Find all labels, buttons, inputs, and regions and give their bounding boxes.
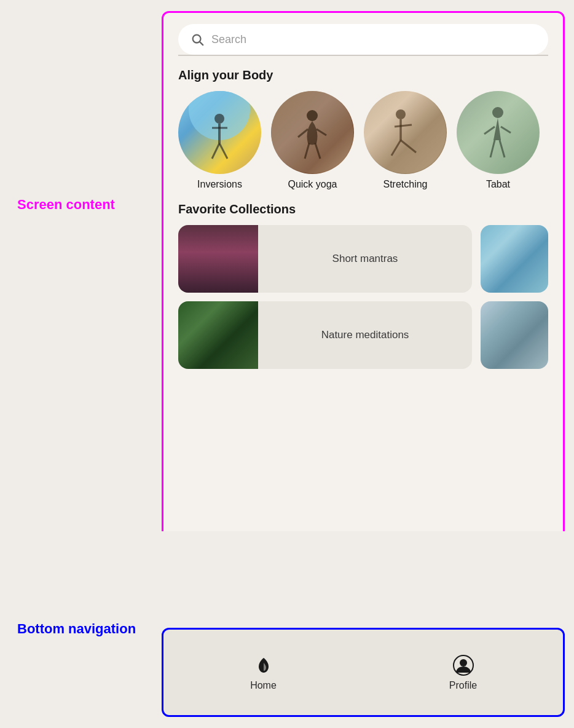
circle-stretching-label: Stretching: [383, 179, 427, 190]
svg-point-3: [214, 114, 224, 124]
stretching-figure: [364, 91, 447, 174]
svg-line-6: [212, 143, 219, 159]
nav-home-label: Home: [250, 680, 277, 691]
circle-inversions-img: [178, 91, 261, 174]
svg-point-21: [492, 107, 503, 118]
collection-row-1: Short mantras: [178, 225, 548, 293]
collection-row-2: Nature meditations: [178, 301, 548, 369]
svg-line-7: [219, 143, 227, 159]
search-placeholder: Search: [211, 33, 246, 46]
collection-thumb-water: [481, 225, 548, 293]
nav-profile-label: Profile: [449, 680, 477, 691]
svg-point-14: [364, 91, 446, 173]
circle-tabata-label: Tabat: [486, 179, 510, 190]
nav-item-home[interactable]: Home: [202, 654, 325, 691]
circles-row: Inversions Quick yoga: [163, 91, 563, 190]
screen-content-box: Search Align your Body Inversions: [162, 11, 565, 543]
collection-thumb-mantras: [178, 225, 258, 293]
svg-line-1: [200, 42, 203, 46]
nav-item-profile[interactable]: Profile: [402, 654, 525, 691]
screen-content-label: Screen content: [17, 197, 115, 213]
bottom-nav-box: Home Profile: [162, 628, 565, 717]
collections-title: Favorite Collections: [178, 202, 548, 216]
svg-point-27: [460, 659, 467, 667]
collection-card-stones[interactable]: [481, 301, 548, 369]
bottom-navigation-label: Bottom navigation: [17, 621, 136, 637]
circle-tabata-img: [457, 91, 540, 174]
collection-card-water[interactable]: [481, 225, 548, 293]
collections-grid: Short mantras Nature meditations: [163, 225, 563, 369]
align-body-title: Align your Body: [178, 68, 548, 82]
collection-card-mantras[interactable]: Short mantras: [178, 225, 472, 293]
circle-item-tabata[interactable]: Tabat: [457, 91, 540, 190]
circle-item-inversions[interactable]: Inversions: [178, 91, 261, 190]
circle-quickyoga-label: Quick yoga: [288, 179, 337, 190]
collection-name-mantras: Short mantras: [258, 253, 472, 265]
search-icon: [191, 33, 204, 46]
svg-point-0: [193, 35, 201, 43]
search-divider: [178, 55, 548, 56]
circle-quickyoga-img: [271, 91, 354, 174]
profile-icon: [452, 654, 474, 676]
circle-item-quickyoga[interactable]: Quick yoga: [271, 91, 354, 190]
circle-inversions-label: Inversions: [197, 179, 242, 190]
collection-thumb-nature: [178, 301, 258, 369]
collection-name-nature: Nature meditations: [258, 329, 472, 341]
inversions-figure: [178, 91, 261, 174]
collection-thumb-stones: [481, 301, 548, 369]
circle-stretching-img: [364, 91, 447, 174]
svg-point-9: [307, 110, 318, 121]
home-icon: [253, 654, 275, 676]
tabata-figure: [457, 91, 540, 174]
circle-item-stretching[interactable]: Stretching: [364, 91, 447, 190]
svg-point-15: [396, 109, 406, 119]
collection-card-nature[interactable]: Nature meditations: [178, 301, 472, 369]
search-bar[interactable]: Search: [178, 24, 548, 55]
quickyoga-figure: [271, 91, 354, 174]
